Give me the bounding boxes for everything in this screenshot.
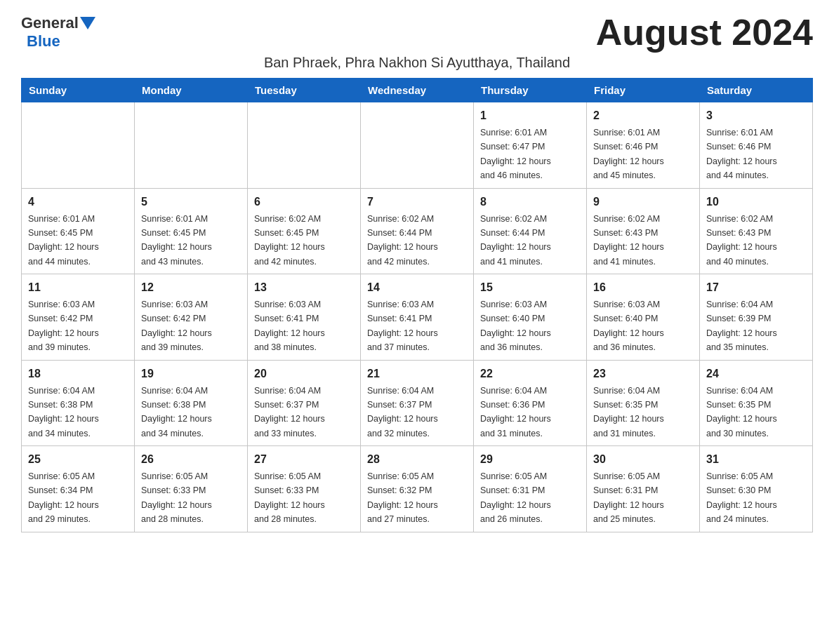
day-info: Sunrise: 6:02 AMSunset: 6:44 PMDaylight:… bbox=[367, 214, 438, 267]
calendar-cell: 28Sunrise: 6:05 AMSunset: 6:32 PMDayligh… bbox=[361, 446, 474, 532]
month-title: August 2024 bbox=[596, 14, 813, 51]
calendar-cell: 21Sunrise: 6:04 AMSunset: 6:37 PMDayligh… bbox=[361, 360, 474, 446]
day-info: Sunrise: 6:05 AMSunset: 6:33 PMDaylight:… bbox=[254, 471, 325, 524]
day-number: 15 bbox=[480, 279, 580, 296]
day-info: Sunrise: 6:04 AMSunset: 6:38 PMDaylight:… bbox=[141, 386, 212, 438]
day-number: 9 bbox=[593, 194, 693, 210]
calendar-cell: 31Sunrise: 6:05 AMSunset: 6:30 PMDayligh… bbox=[700, 446, 813, 532]
day-info: Sunrise: 6:04 AMSunset: 6:35 PMDaylight:… bbox=[706, 386, 777, 438]
calendar-cell: 3Sunrise: 6:01 AMSunset: 6:46 PMDaylight… bbox=[700, 102, 813, 189]
day-info: Sunrise: 6:02 AMSunset: 6:43 PMDaylight:… bbox=[593, 214, 664, 267]
day-number: 17 bbox=[706, 279, 806, 296]
weekday-header-wednesday: Wednesday bbox=[361, 79, 474, 102]
day-number: 18 bbox=[28, 365, 128, 382]
location-title: Ban Phraek, Phra Nakhon Si Ayutthaya, Th… bbox=[21, 55, 813, 71]
calendar-cell: 26Sunrise: 6:05 AMSunset: 6:33 PMDayligh… bbox=[135, 446, 248, 532]
logo-triangle-icon bbox=[80, 17, 95, 31]
day-number: 16 bbox=[593, 279, 693, 296]
day-info: Sunrise: 6:01 AMSunset: 6:47 PMDaylight:… bbox=[480, 128, 551, 180]
day-info: Sunrise: 6:01 AMSunset: 6:46 PMDaylight:… bbox=[593, 128, 664, 180]
day-number: 11 bbox=[28, 279, 128, 296]
weekday-header-monday: Monday bbox=[135, 79, 248, 102]
day-info: Sunrise: 6:01 AMSunset: 6:45 PMDaylight:… bbox=[28, 214, 99, 267]
calendar-cell: 4Sunrise: 6:01 AMSunset: 6:45 PMDaylight… bbox=[22, 188, 135, 274]
calendar-cell bbox=[135, 102, 248, 189]
day-number: 6 bbox=[254, 194, 354, 210]
calendar-week-row: 1Sunrise: 6:01 AMSunset: 6:47 PMDaylight… bbox=[22, 102, 813, 189]
day-info: Sunrise: 6:02 AMSunset: 6:44 PMDaylight:… bbox=[480, 214, 551, 267]
day-info: Sunrise: 6:04 AMSunset: 6:35 PMDaylight:… bbox=[593, 386, 664, 438]
day-number: 5 bbox=[141, 194, 241, 210]
day-info: Sunrise: 6:05 AMSunset: 6:30 PMDaylight:… bbox=[706, 471, 777, 524]
day-info: Sunrise: 6:01 AMSunset: 6:46 PMDaylight:… bbox=[706, 128, 777, 180]
day-number: 22 bbox=[480, 365, 580, 382]
day-number: 25 bbox=[28, 451, 128, 468]
day-number: 29 bbox=[480, 451, 580, 468]
day-number: 24 bbox=[706, 365, 806, 382]
day-info: Sunrise: 6:04 AMSunset: 6:37 PMDaylight:… bbox=[367, 386, 438, 438]
day-info: Sunrise: 6:04 AMSunset: 6:38 PMDaylight:… bbox=[28, 386, 99, 438]
day-number: 28 bbox=[367, 451, 467, 468]
day-info: Sunrise: 6:05 AMSunset: 6:34 PMDaylight:… bbox=[28, 471, 99, 524]
calendar-cell: 8Sunrise: 6:02 AMSunset: 6:44 PMDaylight… bbox=[474, 188, 587, 274]
day-number: 19 bbox=[141, 365, 241, 382]
calendar-cell: 6Sunrise: 6:02 AMSunset: 6:45 PMDaylight… bbox=[248, 188, 361, 274]
calendar-week-row: 11Sunrise: 6:03 AMSunset: 6:42 PMDayligh… bbox=[22, 274, 813, 361]
calendar-week-row: 4Sunrise: 6:01 AMSunset: 6:45 PMDaylight… bbox=[22, 188, 813, 274]
calendar-cell bbox=[361, 102, 474, 189]
day-info: Sunrise: 6:03 AMSunset: 6:42 PMDaylight:… bbox=[28, 300, 99, 352]
weekday-header-sunday: Sunday bbox=[22, 79, 135, 102]
day-number: 12 bbox=[141, 279, 241, 296]
day-info: Sunrise: 6:05 AMSunset: 6:32 PMDaylight:… bbox=[367, 471, 438, 524]
day-info: Sunrise: 6:02 AMSunset: 6:45 PMDaylight:… bbox=[254, 214, 325, 267]
day-info: Sunrise: 6:03 AMSunset: 6:41 PMDaylight:… bbox=[254, 300, 325, 352]
calendar-cell: 18Sunrise: 6:04 AMSunset: 6:38 PMDayligh… bbox=[22, 360, 135, 446]
logo-general-text: General bbox=[21, 14, 79, 32]
weekday-header-friday: Friday bbox=[587, 79, 700, 102]
day-number: 7 bbox=[367, 194, 467, 210]
day-number: 30 bbox=[593, 451, 693, 468]
calendar-table: SundayMondayTuesdayWednesdayThursdayFrid… bbox=[21, 78, 813, 532]
calendar-cell: 2Sunrise: 6:01 AMSunset: 6:46 PMDaylight… bbox=[587, 102, 700, 189]
calendar-cell: 24Sunrise: 6:04 AMSunset: 6:35 PMDayligh… bbox=[700, 360, 813, 446]
day-info: Sunrise: 6:05 AMSunset: 6:31 PMDaylight:… bbox=[593, 471, 664, 524]
calendar-cell: 29Sunrise: 6:05 AMSunset: 6:31 PMDayligh… bbox=[474, 446, 587, 532]
day-number: 23 bbox=[593, 365, 693, 382]
weekday-header-saturday: Saturday bbox=[700, 79, 813, 102]
day-number: 14 bbox=[367, 279, 467, 296]
day-info: Sunrise: 6:05 AMSunset: 6:33 PMDaylight:… bbox=[141, 471, 212, 524]
day-number: 27 bbox=[254, 451, 354, 468]
day-info: Sunrise: 6:05 AMSunset: 6:31 PMDaylight:… bbox=[480, 471, 551, 524]
calendar-cell: 10Sunrise: 6:02 AMSunset: 6:43 PMDayligh… bbox=[700, 188, 813, 274]
day-number: 31 bbox=[706, 451, 806, 468]
logo-blue-text: Blue bbox=[27, 32, 60, 51]
calendar-cell: 16Sunrise: 6:03 AMSunset: 6:40 PMDayligh… bbox=[587, 274, 700, 361]
day-number: 2 bbox=[593, 107, 693, 124]
day-number: 1 bbox=[480, 107, 580, 124]
day-number: 4 bbox=[28, 194, 128, 210]
weekday-header-tuesday: Tuesday bbox=[248, 79, 361, 102]
calendar-cell bbox=[22, 102, 135, 189]
calendar-cell: 20Sunrise: 6:04 AMSunset: 6:37 PMDayligh… bbox=[248, 360, 361, 446]
calendar-cell: 25Sunrise: 6:05 AMSunset: 6:34 PMDayligh… bbox=[22, 446, 135, 532]
calendar-cell: 17Sunrise: 6:04 AMSunset: 6:39 PMDayligh… bbox=[700, 274, 813, 361]
calendar-cell: 5Sunrise: 6:01 AMSunset: 6:45 PMDaylight… bbox=[135, 188, 248, 274]
weekday-header-thursday: Thursday bbox=[474, 79, 587, 102]
calendar-cell: 11Sunrise: 6:03 AMSunset: 6:42 PMDayligh… bbox=[22, 274, 135, 361]
svg-marker-0 bbox=[80, 17, 95, 29]
calendar-cell: 27Sunrise: 6:05 AMSunset: 6:33 PMDayligh… bbox=[248, 446, 361, 532]
calendar-cell: 9Sunrise: 6:02 AMSunset: 6:43 PMDaylight… bbox=[587, 188, 700, 274]
calendar-cell bbox=[248, 102, 361, 189]
calendar-cell: 14Sunrise: 6:03 AMSunset: 6:41 PMDayligh… bbox=[361, 274, 474, 361]
calendar-cell: 13Sunrise: 6:03 AMSunset: 6:41 PMDayligh… bbox=[248, 274, 361, 361]
day-info: Sunrise: 6:04 AMSunset: 6:37 PMDaylight:… bbox=[254, 386, 325, 438]
day-number: 26 bbox=[141, 451, 241, 468]
day-info: Sunrise: 6:03 AMSunset: 6:40 PMDaylight:… bbox=[480, 300, 551, 352]
calendar-cell: 12Sunrise: 6:03 AMSunset: 6:42 PMDayligh… bbox=[135, 274, 248, 361]
calendar-week-row: 25Sunrise: 6:05 AMSunset: 6:34 PMDayligh… bbox=[22, 446, 813, 532]
calendar-cell: 7Sunrise: 6:02 AMSunset: 6:44 PMDaylight… bbox=[361, 188, 474, 274]
day-number: 20 bbox=[254, 365, 354, 382]
day-info: Sunrise: 6:03 AMSunset: 6:40 PMDaylight:… bbox=[593, 300, 664, 352]
day-info: Sunrise: 6:01 AMSunset: 6:45 PMDaylight:… bbox=[141, 214, 212, 267]
header: General Blue August 2024 bbox=[21, 14, 813, 51]
